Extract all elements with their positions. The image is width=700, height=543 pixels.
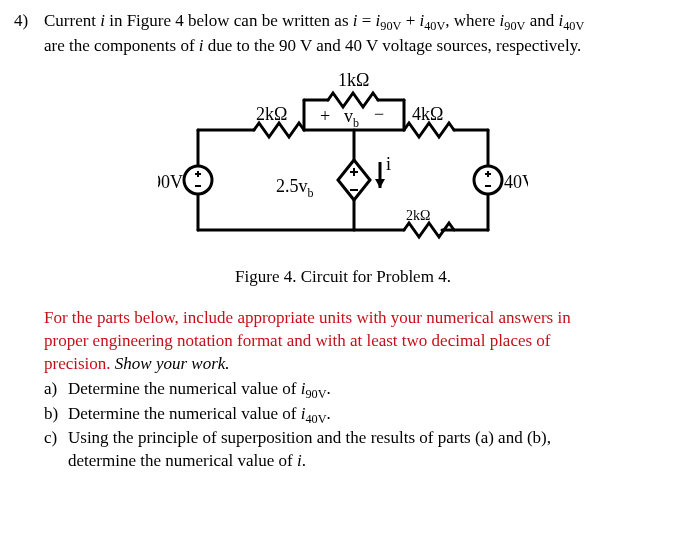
instr-show: Show your work. — [111, 354, 230, 373]
parts-list: a) Determine the numerical value of i90V… — [44, 378, 672, 474]
question-text: Current i in Figure 4 below can be writt… — [44, 10, 672, 58]
part-c-text: Using the principle of superposition and… — [68, 427, 672, 473]
txt: are the components of — [44, 36, 199, 55]
circuit-svg: 1kΩ 2kΩ 4kΩ + vb − 90V 40V 2.5vb i 2kΩ — [158, 70, 528, 260]
svg-point-17 — [474, 166, 502, 194]
part-c: c) Using the principle of superposition … — [44, 427, 672, 473]
instr-l2: proper engineering notation format and w… — [44, 331, 551, 350]
eq-plus: + — [401, 11, 419, 30]
vb-label: vb — [344, 106, 359, 130]
vb-minus: − — [374, 104, 384, 124]
label-90v: 90V — [158, 172, 183, 192]
label-r-right: 4kΩ — [412, 104, 443, 124]
w-90sub: 90V — [504, 19, 525, 33]
question-number: 4) — [14, 10, 44, 58]
txt: . — [302, 451, 306, 470]
txt: Current — [44, 11, 100, 30]
txt: Using the principle of superposition and… — [68, 428, 551, 447]
part-a-text: Determine the numerical value of i90V. — [68, 378, 672, 403]
vb-plus: + — [320, 106, 330, 126]
txt: . — [327, 404, 331, 423]
label-r-bottom: 2kΩ — [406, 208, 430, 223]
sub-40: 40V — [305, 412, 326, 426]
part-a-letter: a) — [44, 378, 68, 403]
instruction-text: For the parts below, include appropriate… — [44, 307, 672, 376]
question-block: 4) Current i in Figure 4 below can be wr… — [14, 10, 672, 58]
label-r-top: 1kΩ — [338, 70, 369, 90]
txt: due to the 90 V and 40 V voltage sources… — [204, 36, 582, 55]
part-c-letter: c) — [44, 427, 68, 473]
label-dep-src: 2.5vb — [276, 176, 314, 200]
part-b-text: Determine the numerical value of i40V. — [68, 403, 672, 428]
txt: Determine the numerical value of — [68, 404, 301, 423]
txt: determine the numerical value of — [68, 451, 297, 470]
part-a: a) Determine the numerical value of i90V… — [44, 378, 672, 403]
sub-90: 90V — [305, 387, 326, 401]
label-40v: 40V — [504, 172, 528, 192]
eq-40sub: 40V — [424, 19, 445, 33]
part-b-letter: b) — [44, 403, 68, 428]
instr-l1: For the parts below, include appropriate… — [44, 308, 571, 327]
label-i: i — [386, 154, 391, 174]
txt: and — [525, 11, 558, 30]
txt: . — [327, 379, 331, 398]
txt: Determine the numerical value of — [68, 379, 301, 398]
instr-l3a: precision. — [44, 354, 111, 373]
eq-eq: = — [358, 11, 376, 30]
part-b: b) Determine the numerical value of i40V… — [44, 403, 672, 428]
eq-90sub: 90V — [380, 19, 401, 33]
circuit-figure: 1kΩ 2kΩ 4kΩ + vb − 90V 40V 2.5vb i 2kΩ — [14, 70, 672, 260]
figure-caption: Figure 4. Circuit for Problem 4. — [14, 266, 672, 289]
w-40sub: 40V — [563, 19, 584, 33]
svg-point-13 — [184, 166, 212, 194]
txt: in Figure 4 below can be written as — [105, 11, 353, 30]
label-r-left: 2kΩ — [256, 104, 287, 124]
txt: , where — [445, 11, 499, 30]
